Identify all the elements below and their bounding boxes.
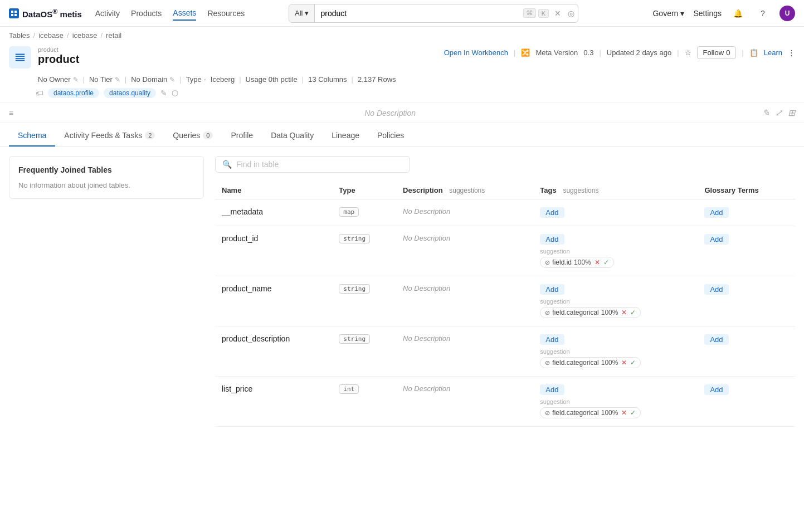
nav-link-resources[interactable]: Resources <box>207 7 245 20</box>
learn-link[interactable]: Learn <box>764 48 782 57</box>
star-icon: ☆ <box>685 48 691 57</box>
col-glossary-add-2[interactable]: Add <box>704 284 728 295</box>
col-header-glossary: Glossary Terms <box>698 182 795 199</box>
search-clear-button[interactable]: ✕ <box>551 7 564 20</box>
col-tags-add-0[interactable]: Add <box>540 207 564 218</box>
govern-menu[interactable]: Govern ▾ <box>652 9 684 18</box>
col-tags-add-2[interactable]: Add <box>540 284 564 295</box>
follow-button[interactable]: Follow 0 <box>697 46 737 59</box>
open-in-workbench-link[interactable]: Open In Workbench <box>444 48 508 57</box>
tag-edit-icon[interactable]: ✎ <box>160 89 167 97</box>
suggestion-reject-4[interactable]: ✕ <box>621 409 627 417</box>
description-expand-icon[interactable]: ⤢ <box>775 108 782 118</box>
col-tags-4: Add suggestion ⊘ field.categorical 100% … <box>533 377 698 427</box>
col-suggestion-tag-2: ⊘ field.categorical 100% ✕ ✓ <box>540 307 641 318</box>
tab-lineage[interactable]: Lineage <box>323 125 368 147</box>
tab-queries-label: Queries <box>173 131 200 140</box>
breadcrumb-tables[interactable]: Tables <box>9 31 30 40</box>
col-type-badge-3: string <box>339 334 370 344</box>
col-desc-2: No Description <box>396 276 533 326</box>
find-in-table-input[interactable] <box>236 160 403 169</box>
svg-rect-0 <box>11 11 13 13</box>
joined-tables-card: Frequently Joined Tables No information … <box>9 156 204 199</box>
search-type-selector[interactable]: All ▾ <box>289 4 315 22</box>
col-glossary-add-0[interactable]: Add <box>704 207 728 218</box>
col-tags-add-3[interactable]: Add <box>540 334 564 345</box>
pipe-2: | <box>599 48 601 57</box>
col-name-1: product_id <box>215 226 332 276</box>
meta-version-value: 0.3 <box>583 48 593 57</box>
table-row: product_namestringNo DescriptionAdd sugg… <box>215 276 795 326</box>
tab-schema-label: Schema <box>18 131 46 140</box>
domain-edit-icon[interactable]: ✎ <box>169 76 175 84</box>
description-ai-icon[interactable]: ⊞ <box>788 108 795 118</box>
col-tags-0: Add <box>533 199 698 226</box>
content-area: Frequently Joined Tables No information … <box>0 147 804 436</box>
suggestion-accept-2[interactable]: ✓ <box>630 309 636 316</box>
suggestion-accept-3[interactable]: ✓ <box>630 359 636 367</box>
breadcrumb-icebase-2[interactable]: icebase <box>72 31 98 40</box>
suggestion-accept-4[interactable]: ✓ <box>630 409 636 417</box>
tag-share-icon[interactable]: ⬡ <box>172 89 178 97</box>
col-name-4: list_price <box>215 377 332 427</box>
col-tags-1: Add suggestion ⊘ field.id 100% ✕ ✓ <box>533 226 698 276</box>
tab-policies[interactable]: Policies <box>368 125 413 147</box>
owner-item: No Owner ✎ <box>38 75 79 84</box>
top-nav-right: Govern ▾ Settings 🔔 ? U <box>652 6 795 21</box>
search-type-label: All <box>295 9 303 17</box>
col-tags-3: Add suggestion ⊘ field.categorical 100% … <box>533 326 698 377</box>
col-glossary-add-4[interactable]: Add <box>704 384 728 395</box>
search-input[interactable] <box>315 9 523 18</box>
tab-profile[interactable]: Profile <box>222 125 262 147</box>
tab-activity-feeds[interactable]: Activity Feeds & Tasks 2 <box>55 125 164 147</box>
col-type-badge-4: int <box>339 384 359 394</box>
breadcrumb-icebase-1[interactable]: icebase <box>38 31 64 40</box>
col-suggestion-tag-3: ⊘ field.categorical 100% ✕ ✓ <box>540 357 641 368</box>
col-name-0: __metadata <box>215 199 332 226</box>
nav-link-activity[interactable]: Activity <box>95 7 120 20</box>
meta-version-label: Meta Version <box>535 48 578 57</box>
type-value: Iceberg <box>211 75 235 84</box>
pipe-1: | <box>514 48 515 57</box>
search-help-button[interactable]: ◎ <box>564 7 578 20</box>
suggestion-reject-3[interactable]: ✕ <box>621 359 627 367</box>
tag-row: 🏷 dataos.profile dataos.quality ✎ ⬡ <box>0 86 804 103</box>
breadcrumb-sep-3: / <box>100 31 103 40</box>
col-tags-add-1[interactable]: Add <box>540 234 564 245</box>
nav-link-assets[interactable]: Assets <box>173 6 196 21</box>
svg-rect-2 <box>11 14 13 16</box>
brand-logo[interactable]: DataOS® metis <box>9 8 82 19</box>
suggestion-reject-2[interactable]: ✕ <box>621 309 627 316</box>
table-row: product_idstringNo DescriptionAdd sugges… <box>215 226 795 276</box>
tier-edit-icon[interactable]: ✎ <box>115 76 120 84</box>
updated-label: Updated 2 days ago <box>607 48 671 57</box>
help-icon[interactable]: ? <box>755 6 771 21</box>
col-glossary-add-3[interactable]: Add <box>704 334 728 345</box>
col-name-text-2: product_name <box>222 284 272 293</box>
col-name-text-0: __metadata <box>222 207 263 216</box>
nav-link-products[interactable]: Products <box>131 7 162 20</box>
notifications-icon[interactable]: 🔔 <box>730 6 746 21</box>
tab-data-quality[interactable]: Data Quality <box>262 125 323 147</box>
owner-edit-icon[interactable]: ✎ <box>73 76 79 84</box>
col-desc-text-3: No Description <box>403 334 450 343</box>
tag-dataos-profile[interactable]: dataos.profile <box>48 88 99 98</box>
schema-tabs: Schema Activity Feeds & Tasks 2 Queries … <box>0 125 804 147</box>
meta-sep-2: | <box>125 75 126 84</box>
meta-row: No Owner ✎ | No Tier ✎ | No Domain ✎ | T… <box>0 73 804 86</box>
suggestion-reject-1[interactable]: ✕ <box>595 258 600 266</box>
tag-dataos-quality[interactable]: dataos.quality <box>104 88 156 98</box>
breadcrumb-retail[interactable]: retail <box>106 31 121 40</box>
tab-queries[interactable]: Queries 0 <box>164 125 222 147</box>
col-glossary-add-1[interactable]: Add <box>704 234 728 245</box>
suggestion-accept-1[interactable]: ✓ <box>603 258 609 266</box>
user-avatar[interactable]: U <box>779 6 795 21</box>
more-options-button[interactable]: ⋮ <box>788 48 795 57</box>
col-desc-0: No Description <box>396 199 533 226</box>
settings-link[interactable]: Settings <box>693 9 722 18</box>
tag-icon: 🏷 <box>36 89 43 97</box>
col-tags-add-4[interactable]: Add <box>540 384 564 395</box>
description-edit-icon[interactable]: ✎ <box>762 108 769 118</box>
tab-schema[interactable]: Schema <box>9 125 55 147</box>
table-row: list_priceintNo DescriptionAdd suggestio… <box>215 377 795 427</box>
